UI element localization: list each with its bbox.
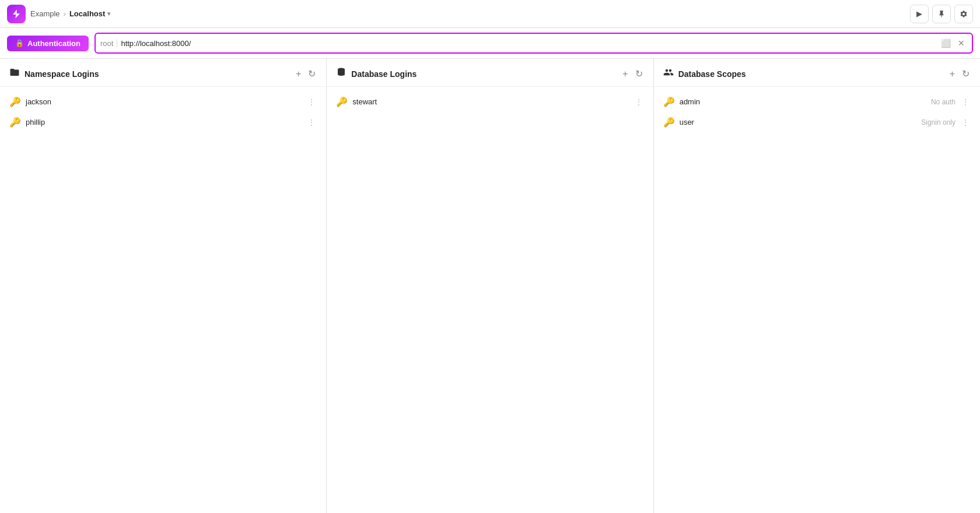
key-icon: 🔑 [336, 96, 348, 107]
database-logins-add-button[interactable]: + [621, 68, 629, 80]
item-more-button[interactable]: ⋮ [960, 118, 971, 127]
database-logins-panel: Database Logins + ↻ 🔑 stewart ⋮ [327, 59, 653, 513]
topbar-actions: ▶ [910, 5, 973, 23]
database-logins-body: 🔑 stewart ⋮ [327, 87, 653, 513]
database-logins-actions: + ↻ [621, 68, 643, 80]
list-item[interactable]: 🔑 phillip ⋮ [0, 112, 326, 132]
namespace-logins-body: 🔑 jackson ⋮ 🔑 phillip ⋮ [0, 87, 326, 513]
item-more-button[interactable]: ⋮ [960, 98, 971, 106]
app-logo[interactable] [7, 5, 26, 23]
chevron-down-icon: ▾ [107, 10, 110, 17]
key-icon: 🔑 [9, 117, 21, 128]
item-more-button[interactable]: ⋮ [634, 98, 644, 106]
database-logins-title: Database Logins [351, 69, 617, 79]
breadcrumb-parent[interactable]: Example [30, 9, 60, 18]
database-scopes-title: Database Scopes [678, 69, 944, 79]
list-item[interactable]: 🔑 user Signin only ⋮ [654, 112, 980, 132]
url-path: http://localhost:8000/ [121, 39, 939, 48]
list-item[interactable]: 🔑 jackson ⋮ [0, 92, 326, 112]
breadcrumb-separator: › [64, 9, 66, 18]
database-scopes-body: 🔑 admin No auth ⋮ 🔑 user Signin only ⋮ [654, 87, 980, 513]
key-icon: 🔑 [663, 117, 675, 128]
lock-icon: 🔒 [15, 39, 24, 47]
item-more-button[interactable]: ⋮ [306, 98, 317, 106]
key-icon: 🔑 [663, 96, 675, 107]
database-scopes-actions: + ↻ [949, 68, 971, 80]
namespace-logins-icon [9, 67, 20, 80]
authentication-button[interactable]: 🔒 Authentication [7, 36, 89, 51]
namespace-logins-actions: + ↻ [295, 68, 317, 80]
url-close-button[interactable]: ✕ [956, 37, 967, 49]
database-logins-icon [336, 67, 346, 80]
database-scopes-add-button[interactable]: + [949, 68, 956, 80]
url-root: root [100, 39, 117, 48]
breadcrumb-current[interactable]: Localhost ▾ [69, 9, 110, 18]
namespace-logins-title: Namespace Logins [24, 69, 290, 79]
database-scopes-panel: Database Scopes + ↻ 🔑 admin No auth ⋮ 🔑 … [654, 59, 980, 513]
item-status: Signin only [921, 118, 956, 127]
list-item[interactable]: 🔑 stewart ⋮ [327, 92, 653, 112]
key-icon: 🔑 [9, 96, 21, 107]
url-bar[interactable]: root http://localhost:8000/ ⬜ ✕ [94, 33, 973, 54]
settings-button[interactable] [954, 5, 973, 23]
database-logins-refresh-button[interactable]: ↻ [634, 68, 644, 80]
namespace-logins-refresh-button[interactable]: ↻ [307, 68, 317, 80]
breadcrumb: Example › Localhost ▾ [30, 9, 110, 18]
list-item[interactable]: 🔑 admin No auth ⋮ [654, 92, 980, 112]
namespace-logins-add-button[interactable]: + [295, 68, 302, 80]
pin-button[interactable] [932, 5, 951, 23]
play-button[interactable]: ▶ [910, 5, 929, 23]
url-screen-button[interactable]: ⬜ [939, 37, 953, 49]
item-status: No auth [931, 98, 956, 106]
topbar: Example › Localhost ▾ ▶ [0, 0, 980, 28]
namespace-logins-panel: Namespace Logins + ↻ 🔑 jackson ⋮ 🔑 phill… [0, 59, 327, 513]
database-scopes-refresh-button[interactable]: ↻ [961, 68, 971, 80]
auth-bar: 🔒 Authentication root http://localhost:8… [0, 28, 980, 59]
item-more-button[interactable]: ⋮ [306, 118, 317, 127]
database-scopes-icon [663, 67, 674, 80]
database-logins-header: Database Logins + ↻ [327, 59, 653, 87]
database-scopes-header: Database Scopes + ↻ [654, 59, 980, 87]
url-actions: ⬜ ✕ [939, 37, 967, 49]
main-content: Namespace Logins + ↻ 🔑 jackson ⋮ 🔑 phill… [0, 59, 980, 513]
namespace-logins-header: Namespace Logins + ↻ [0, 59, 326, 87]
